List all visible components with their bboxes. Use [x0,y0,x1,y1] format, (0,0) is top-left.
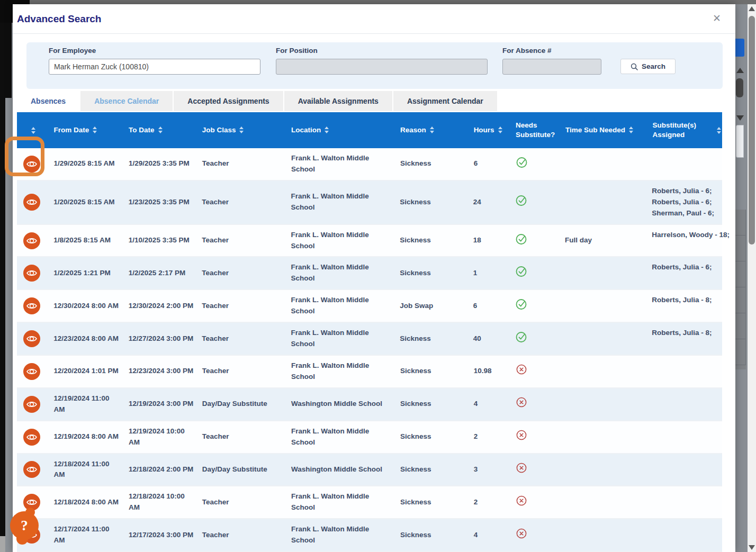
time-sub-needed-cell [558,454,646,486]
dialog-title: Advanced Search [17,13,101,25]
view-absence-eye-icon[interactable] [23,395,41,413]
location-cell: Frank L. Walton Middle School [284,181,393,224]
reason-cell: Sickness [392,225,466,257]
tab-absences[interactable]: Absences [17,91,79,111]
scrollbar-up-arrow-icon[interactable] [749,6,755,11]
hours-cell: 24 [466,181,508,224]
sort-icon[interactable] [325,126,329,133]
view-absence-eye-icon[interactable] [23,363,41,381]
time-sub-needed-cell [558,356,646,387]
view-absence-eye-icon[interactable] [23,264,41,282]
row-actions-cell [17,148,46,180]
time-sub-needed-cell [558,388,646,420]
sort-icon[interactable] [239,126,244,133]
search-icon [631,63,638,70]
view-absence-eye-icon[interactable] [23,428,41,446]
background-button-fragment [735,39,744,57]
cross-circle-icon [516,462,527,477]
page-scrollbar[interactable] [748,4,756,552]
sort-icon[interactable] [629,126,633,133]
column-header-time-sub-needed[interactable]: Time Sub Needed [558,125,646,135]
location-cell: Frank L. Walton Middle School [284,356,393,387]
needs-substitute-cell [508,290,557,322]
view-absence-eye-icon[interactable] [23,460,41,478]
column-header-blank-0[interactable] [17,127,46,134]
tab-absence-calendar[interactable]: Absence Calendar [80,91,173,111]
needs-substitute-cell [508,225,557,257]
reason-cell: Sickness [393,388,466,420]
view-absence-eye-icon[interactable] [23,297,41,315]
table-row: 12/23/2024 8:00 AM12/27/2024 3:00 PMTeac… [17,323,722,356]
tab-available-assignments[interactable]: Available Assignments [284,91,392,111]
needs-substitute-cell [508,148,558,180]
help-button-label: ? [21,518,28,533]
view-absence-eye-icon[interactable] [23,193,41,211]
sort-icon[interactable] [717,127,721,134]
tab-assignment-calendar[interactable]: Assignment Calendar [393,91,497,111]
hours-cell: 4 [466,519,508,551]
location-cell: Frank L. Walton Middle School [284,421,393,453]
location-cell: Washington Middle School [284,454,393,486]
scrollbar-thumb[interactable] [749,16,755,245]
row-actions-cell [17,421,46,453]
view-absence-eye-icon[interactable] [23,155,41,173]
sort-icon[interactable] [430,126,434,133]
substitutes-assigned-cell: Roberts, Julia - 6; [645,257,712,289]
job-class-cell: Teacher [194,225,283,257]
location-cell: Frank L. Walton Middle School [284,257,393,289]
column-header-reason[interactable]: Reason [393,125,466,135]
sort-icon[interactable] [498,126,502,133]
background-up-arrow-icon [736,68,744,73]
to-date-cell: 12/23/2024 3:00 PM [121,356,195,387]
substitutes-assigned-cell: Roberts, Julia - 8; [645,323,712,355]
time-sub-needed-cell [558,486,646,518]
view-absence-eye-icon[interactable] [23,232,41,250]
help-button[interactable]: ? [10,511,39,540]
table-body: 1/29/2025 8:15 AM1/29/2025 3:35 PMTeache… [17,148,722,552]
close-icon[interactable]: ✕ [710,12,724,25]
scrollbar-down-arrow-icon[interactable] [749,545,755,550]
view-absence-eye-icon[interactable] [23,330,41,348]
from-date-cell: 12/30/2024 8:00 AM [46,290,121,322]
absences-table: From DateTo DateJob ClassLocationReasonH… [17,112,722,552]
background-grid-fragment [735,210,746,369]
cross-circle-icon [516,495,527,510]
employee-field[interactable] [49,59,260,75]
column-header-to-date[interactable]: To Date [121,125,195,135]
check-circle-icon [515,298,527,314]
sort-icon[interactable] [93,126,97,133]
job-class-cell: Teacher [194,290,283,322]
table-row: 12/18/2024 8:00 AM12/18/2024 10:00 AMTea… [17,486,722,519]
hours-cell: 18 [466,225,508,257]
row-end-spacer [712,290,722,322]
substitutes-assigned-cell [646,486,712,518]
reason-cell: Sickness [393,148,466,180]
search-button[interactable]: Search [620,59,676,74]
column-header-blank-10[interactable] [712,127,722,134]
table-row: 12/19/2024 8:00 AM12/19/2024 10:00 AMTea… [17,421,722,454]
reason-cell: Sickness [392,257,466,289]
sort-icon[interactable] [158,126,163,133]
column-header-from-date[interactable]: From Date [46,125,121,135]
job-class-cell: Teacher [195,519,284,551]
column-header-job-class[interactable]: Job Class [195,125,284,135]
substitutes-assigned-cell: Roberts, Julia - 6;Roberts, Julia - 6;Sh… [645,181,712,224]
time-sub-needed-cell [557,257,645,289]
row-end-spacer [712,181,722,224]
tab-bar: AbsencesAbsence CalendarAccepted Assignm… [17,91,498,111]
job-class-cell: Teacher [195,148,284,180]
tab-accepted-assignments[interactable]: Accepted Assignments [174,91,283,111]
check-circle-icon [515,331,527,347]
table-row: 1/8/2025 8:15 AM1/10/2025 3:35 PMTeacher… [17,225,722,258]
from-date-cell: 12/19/2024 11:00 AM [46,388,121,420]
row-actions-cell [17,290,46,322]
column-header-hours[interactable]: Hours [466,125,508,135]
to-date-cell: 12/17/2024 3:00 PM [121,519,195,551]
from-date-cell: 1/29/2025 8:15 AM [46,148,121,180]
sort-icon[interactable] [31,127,35,134]
needs-substitute-cell [508,454,558,486]
column-header-location[interactable]: Location [284,125,393,135]
page-background-left-bottom [0,536,5,552]
position-field [276,59,488,75]
job-class-cell: Teacher [195,356,284,387]
